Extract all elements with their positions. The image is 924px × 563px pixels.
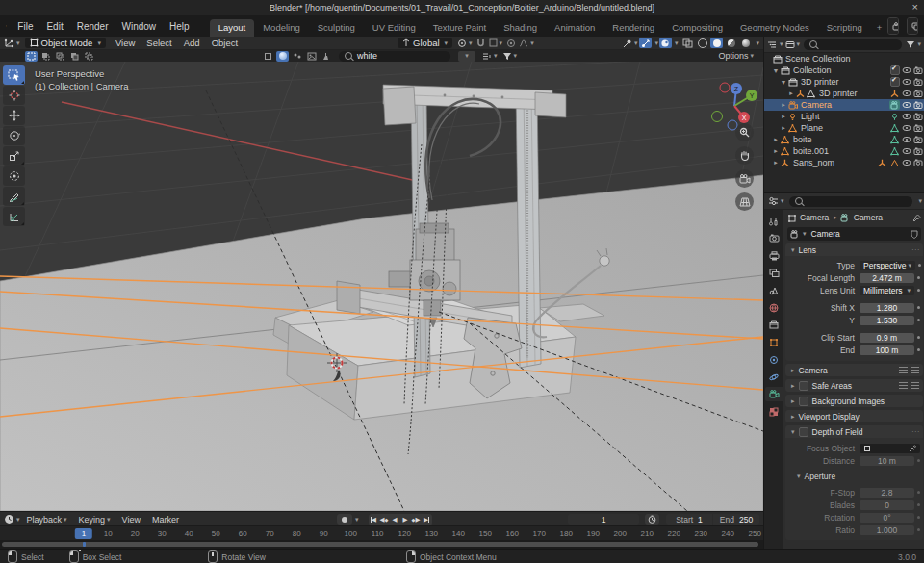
- panel-camera[interactable]: ▸ Camera: [785, 364, 923, 376]
- zoom-view-button[interactable]: [735, 123, 754, 141]
- fake-user-shield-icon[interactable]: [911, 230, 918, 239]
- outliner-row-plane[interactable]: ▸ Plane: [764, 122, 924, 134]
- play-reverse-button[interactable]: ◀: [390, 514, 400, 525]
- safe-areas-checkbox[interactable]: [799, 381, 808, 391]
- timeline-tick[interactable]: 70: [266, 529, 274, 538]
- select-mode-invert-icon[interactable]: [68, 51, 81, 62]
- select-mode-extend-icon[interactable]: [39, 51, 52, 62]
- tab-animation[interactable]: Animation: [546, 19, 603, 37]
- outliner-row-scene-collection[interactable]: Scene Collection: [764, 53, 924, 64]
- tool-measure[interactable]: [3, 207, 25, 226]
- tab-compositing[interactable]: Compositing: [663, 19, 732, 37]
- frame-start-field[interactable]: Start1: [666, 514, 712, 525]
- tool-move[interactable]: [3, 106, 25, 125]
- outliner-editor-type-icon[interactable]: ▾: [768, 39, 783, 50]
- viewport-menu-add[interactable]: Add: [178, 38, 206, 48]
- current-frame-indicator[interactable]: 1: [75, 528, 92, 539]
- hide-eye-icon[interactable]: [902, 113, 911, 120]
- tab-layout[interactable]: Layout: [210, 19, 255, 37]
- disable-render-icon[interactable]: [913, 78, 923, 86]
- select-mode-intersect-icon[interactable]: [83, 51, 95, 62]
- menu-edit[interactable]: Edit: [39, 20, 69, 33]
- tool-select-box[interactable]: [3, 65, 25, 85]
- viewport-menu-view[interactable]: View: [110, 38, 141, 48]
- timeline-tick[interactable]: 220: [668, 529, 680, 538]
- timeline-tick[interactable]: 50: [212, 529, 220, 538]
- next-keyframe-button[interactable]: ◆▶: [411, 514, 422, 525]
- tab-tool[interactable]: [765, 214, 783, 228]
- outliner-row-boite[interactable]: ▸ boite: [764, 134, 924, 145]
- distance-field[interactable]: 10 m: [860, 456, 914, 466]
- camera-data-name[interactable]: Camera: [811, 229, 911, 239]
- menu-help[interactable]: Help: [163, 20, 196, 33]
- timeline-tick[interactable]: 180: [560, 529, 573, 538]
- toggle-orthographic-button[interactable]: [735, 192, 754, 211]
- camera-id-block[interactable]: ▾ Camera: [787, 227, 921, 241]
- snap-settings-selector[interactable]: ▾: [489, 38, 503, 48]
- visibility-brush-icon[interactable]: [320, 51, 332, 62]
- timeline-tick[interactable]: 80: [293, 529, 301, 538]
- navigation-gizmo[interactable]: Z Y X: [708, 79, 760, 131]
- disable-render-icon[interactable]: [913, 147, 923, 155]
- tab-uv-editing[interactable]: UV Editing: [364, 19, 424, 37]
- breadcrumb-data[interactable]: Camera: [854, 213, 883, 222]
- current-frame-field[interactable]: 1: [568, 514, 639, 525]
- shading-material-icon[interactable]: [725, 38, 737, 48]
- visibility-image-icon[interactable]: [305, 51, 318, 62]
- camera-view-button[interactable]: [735, 169, 754, 188]
- disable-render-icon[interactable]: [913, 66, 923, 74]
- timeline-menu-playback[interactable]: Playback▾: [21, 515, 73, 525]
- timeline-tick[interactable]: 120: [398, 529, 411, 538]
- hide-eye-icon[interactable]: [902, 66, 911, 74]
- collection-checkbox[interactable]: [890, 65, 900, 75]
- visibility-world-icon[interactable]: [276, 51, 289, 62]
- hide-eye-icon[interactable]: [902, 78, 911, 86]
- timeline-tick[interactable]: 190: [587, 529, 600, 538]
- timeline-tick[interactable]: 40: [185, 529, 193, 538]
- background-images-checkbox[interactable]: [799, 397, 808, 406]
- tab-collection-props[interactable]: [765, 318, 783, 332]
- proportional-editing-icon[interactable]: [504, 38, 517, 48]
- previous-keyframe-button[interactable]: ◀◆: [379, 514, 390, 525]
- outliner-row-light[interactable]: ▸ Light: [764, 111, 924, 122]
- xray-toggle-icon[interactable]: [681, 38, 694, 48]
- pin-icon[interactable]: [912, 214, 921, 222]
- transform-orientation-selector[interactable]: Global ▾: [398, 38, 452, 48]
- timeline-tick[interactable]: 90: [320, 529, 328, 538]
- tool-transform[interactable]: [3, 166, 25, 186]
- timeline-tick[interactable]: 100: [345, 529, 357, 538]
- gizmo-axis-neg-y[interactable]: [712, 112, 723, 122]
- tab-scripting[interactable]: Scripting: [818, 19, 871, 37]
- disable-render-icon[interactable]: [913, 113, 923, 120]
- jump-to-end-button[interactable]: ▶: [422, 514, 432, 525]
- snap-toggle-icon[interactable]: [475, 38, 487, 48]
- visibility-mesh-icon[interactable]: [262, 51, 274, 62]
- tab-object[interactable]: [765, 335, 783, 349]
- hide-eye-icon[interactable]: [902, 101, 911, 109]
- panel-background-images[interactable]: ▸ Background Images: [785, 395, 923, 407]
- shift-x-field[interactable]: 1.280: [860, 303, 914, 313]
- timeline-tick[interactable]: 170: [533, 529, 546, 538]
- menu-file[interactable]: File: [11, 20, 39, 33]
- hide-eye-icon[interactable]: [902, 90, 911, 97]
- clip-start-field[interactable]: 0.9 m: [860, 333, 914, 343]
- properties-editor-type-icon[interactable]: ▾: [768, 196, 784, 207]
- timeline-tick[interactable]: 30: [158, 529, 167, 538]
- focus-object-field[interactable]: [860, 444, 920, 453]
- timeline-ruler[interactable]: 1 10203040506070809010011012013014015016…: [0, 525, 763, 541]
- timeline-tick[interactable]: 230: [695, 529, 707, 538]
- outliner-search-input[interactable]: [804, 39, 902, 50]
- gizmo-axis-neg-x[interactable]: [720, 83, 730, 92]
- collection-checkbox[interactable]: [890, 77, 900, 87]
- tab-view-layer[interactable]: [765, 266, 783, 280]
- visibility-objects-icon[interactable]: [291, 51, 303, 62]
- close-button[interactable]: ×: [912, 1, 918, 13]
- outliner-row-collection[interactable]: ▼ Collection: [764, 64, 924, 76]
- tool-annotate[interactable]: [3, 187, 25, 206]
- tab-scene[interactable]: [765, 283, 783, 297]
- filter-icon[interactable]: ▾: [502, 51, 518, 62]
- panel-lens[interactable]: ▾ Lens ⋯: [785, 243, 923, 256]
- timeline-tick[interactable]: 140: [452, 529, 465, 538]
- hide-eye-icon[interactable]: [902, 124, 911, 132]
- frame-end-field[interactable]: End250: [713, 514, 759, 525]
